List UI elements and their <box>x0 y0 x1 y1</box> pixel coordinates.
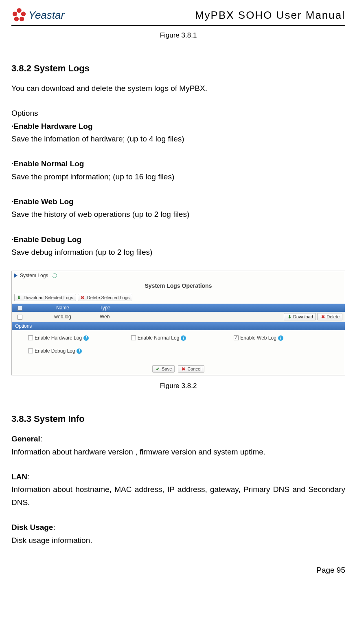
opt-web-item: Enable Web Log i <box>234 335 337 341</box>
row-download-label: Download <box>293 314 313 319</box>
svg-point-1 <box>13 11 17 16</box>
download-icon: ⬇ <box>17 295 22 300</box>
opt-hw-checkbox[interactable] <box>28 335 33 340</box>
breadcrumb-row: System Logs <box>12 271 345 280</box>
figure-caption-2: Figure 3.8.2 <box>11 382 345 390</box>
svg-point-4 <box>20 17 24 21</box>
opt-hw-label: Enable Hardware Log <box>35 335 82 341</box>
logs-table: Name Type web.log Web ⬇ Download ✖ Delet… <box>12 304 345 322</box>
general-heading: General: <box>11 432 345 445</box>
breadcrumb-text: System Logs <box>20 273 48 278</box>
svg-point-0 <box>17 8 21 13</box>
opt-normal-label: Enable Normal Log <box>138 335 180 341</box>
screenshot-footer: ✔ Save ✖ Cancel <box>12 362 345 375</box>
cancel-button[interactable]: ✖ Cancel <box>178 365 204 373</box>
delete-icon: ✖ <box>320 314 325 319</box>
panel-title: System Logs Operations <box>12 280 345 293</box>
info-icon[interactable]: i <box>181 335 186 341</box>
col-name: Name <box>28 304 97 312</box>
opt-web-checkbox[interactable] <box>234 335 239 340</box>
page-header: Yeastar MyPBX SOHO User Manual <box>11 7 345 26</box>
delete-icon: ✖ <box>81 295 85 300</box>
row-delete-button[interactable]: ✖ Delete <box>317 313 342 320</box>
svg-point-3 <box>14 17 19 21</box>
delete-selected-label: Delete Selected Logs <box>87 295 130 300</box>
opt-debug-checkbox[interactable] <box>28 348 33 353</box>
table-row: web.log Web ⬇ Download ✖ Delete <box>12 312 345 322</box>
cancel-icon: ✖ <box>181 366 186 371</box>
download-selected-button[interactable]: ⬇ Download Selected Logs <box>14 294 76 301</box>
info-icon[interactable]: i <box>77 348 82 354</box>
save-button[interactable]: ✔ Save <box>152 365 175 373</box>
general-text: Information about hardware version , fir… <box>11 446 345 458</box>
opt-debug-title: ·Enable Debug Log <box>11 233 345 246</box>
opt-hw-item: Enable Hardware Log i <box>28 335 131 341</box>
row-checkbox[interactable] <box>18 315 22 320</box>
opt-debug-desc: Save debug information (up to 2 log file… <box>11 246 345 258</box>
save-label: Save <box>162 366 172 371</box>
info-icon[interactable]: i <box>83 335 89 341</box>
check-icon: ✔ <box>155 366 160 371</box>
table-header-row: Name Type <box>12 304 345 312</box>
delete-selected-button[interactable]: ✖ Delete Selected Logs <box>78 294 133 301</box>
section-heading-logs: 3.8.2 System Logs <box>11 63 345 74</box>
section-intro: You can download and delete the system l… <box>11 82 345 95</box>
download-selected-label: Download Selected Logs <box>24 295 73 300</box>
row-name: web.log <box>28 312 97 322</box>
row-delete-label: Delete <box>327 314 340 319</box>
opt-debug-item: Enable Debug Log i <box>28 348 131 354</box>
opt-normal-desc: Save the prompt information; (up to 16 l… <box>11 170 345 183</box>
opt-normal-item: Enable Normal Log i <box>131 335 234 341</box>
info-icon[interactable]: i <box>278 335 283 341</box>
row-download-button[interactable]: ⬇ Download <box>284 313 316 320</box>
opt-web-label: Enable Web Log <box>240 335 276 341</box>
opt-hw-desc: Save the infomation of hardware; (up to … <box>11 132 345 145</box>
page-footer: Page 95 <box>11 563 345 575</box>
logo-text: Yeastar <box>28 9 64 22</box>
logo: Yeastar <box>11 7 64 23</box>
lan-text: Information about hostname, MAC address,… <box>11 483 345 509</box>
options-body: Enable Hardware Log i Enable Normal Log … <box>12 330 345 362</box>
figure-caption-1: Figure 3.8.1 <box>11 31 345 40</box>
toolbar: ⬇ Download Selected Logs ✖ Delete Select… <box>12 293 345 304</box>
lan-heading: LAN: <box>11 470 345 483</box>
opt-normal-title: ·Enable Normal Log <box>11 157 345 170</box>
select-all-checkbox[interactable] <box>18 306 22 311</box>
opt-hw-title: ·Enable Hardware Log <box>11 120 345 132</box>
logo-flower-icon <box>11 7 27 23</box>
svg-point-5 <box>18 13 21 17</box>
system-logs-screenshot: System Logs System Logs Operations ⬇ Dow… <box>11 271 345 375</box>
arrow-icon <box>14 273 18 278</box>
options-label: Options <box>11 107 345 119</box>
opt-web-desc: Save the history of web operations (up t… <box>11 208 345 221</box>
col-type: Type <box>97 304 167 312</box>
options-bar: Options <box>12 322 345 330</box>
opt-debug-label: Enable Debug Log <box>35 348 75 354</box>
row-type: Web <box>97 312 167 322</box>
opt-web-title: ·Enable Web Log <box>11 195 345 208</box>
svg-point-2 <box>21 11 26 16</box>
disk-heading: Disk Usage: <box>11 521 345 534</box>
document-title: MyPBX SOHO User Manual <box>195 9 345 22</box>
section-heading-info: 3.8.3 System Info <box>11 414 345 424</box>
disk-text: Disk usage information. <box>11 534 345 547</box>
opt-normal-checkbox[interactable] <box>131 335 136 340</box>
download-icon: ⬇ <box>287 314 291 319</box>
cancel-label: Cancel <box>187 366 201 371</box>
refresh-icon[interactable] <box>52 273 58 279</box>
